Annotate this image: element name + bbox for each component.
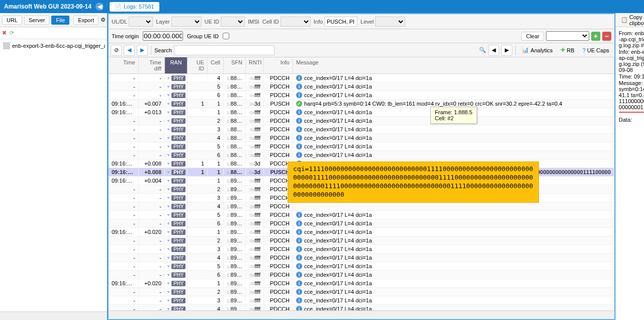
time-origin-label: Time origin: [112, 33, 139, 39]
table-row[interactable]: --PHY31.892.50xffffPDCCHicce_index=0/17 …: [109, 245, 614, 254]
table-row[interactable]: --PHY51.890.50xffffPDCCHicce_index=0/17 …: [109, 211, 614, 219]
uldl-label: UL/DL: [112, 19, 127, 25]
table-row[interactable]: 09:16:15.167+0.013PHY11.888.50xffffPDCCH…: [109, 108, 614, 117]
arrow-down-icon: [166, 144, 170, 149]
phy-badge: PHY: [171, 127, 186, 132]
server-button[interactable]: Server: [24, 16, 49, 25]
phy-badge: PHY: [171, 110, 186, 115]
arrow-down-icon: [166, 255, 170, 260]
table-row[interactable]: --PHY21.888.50xffffPDCCHicce_index=0/17 …: [109, 117, 614, 125]
tab-logs[interactable]: 📄 Logs: 57581: [110, 2, 159, 12]
info-icon: i: [296, 135, 302, 141]
table-row[interactable]: --PHY41.892.50xffffPDCCHicce_index=0/17 …: [109, 254, 614, 262]
h-scrollbar-left[interactable]: [0, 311, 107, 320]
col-ran[interactable]: RAN: [165, 57, 188, 73]
clear-button[interactable]: Clear: [521, 32, 543, 41]
arrow-down-icon: [166, 84, 170, 89]
ueid-select[interactable]: [221, 17, 245, 27]
table-row[interactable]: --PHY41.886.50xffffPDCCHicce_index=0/17 …: [109, 74, 614, 83]
binoculars-icon[interactable]: 🔍: [479, 47, 486, 54]
info-icon: i: [296, 92, 302, 98]
phy-badge: PHY: [171, 170, 186, 175]
col-cell[interactable]: Cell: [208, 57, 224, 73]
table-row[interactable]: --PHY21.892.50xffffPDCCHicce_index=0/17 …: [109, 236, 614, 245]
group-ueid-checkbox[interactable]: [223, 33, 229, 39]
arrow-down-icon: [166, 264, 170, 269]
info-icon: i: [296, 263, 302, 269]
time-origin-input[interactable]: [143, 31, 183, 41]
settings-icon[interactable]: ⚙: [101, 17, 106, 24]
col-msg[interactable]: Message: [293, 57, 614, 73]
analytics-link[interactable]: 📊Analytics: [519, 45, 556, 55]
uecaps-link[interactable]: ?UE Caps: [580, 46, 612, 55]
info-icon: i: [296, 306, 302, 310]
nav-stop-icon[interactable]: ⊘: [111, 45, 122, 56]
level-select[interactable]: [375, 17, 405, 27]
arrow-down-icon: [166, 93, 170, 98]
layer-select[interactable]: [171, 17, 202, 27]
arrow-down-icon: [166, 195, 170, 200]
phy-badge: PHY: [171, 118, 186, 124]
table-row[interactable]: --PHY51.888.50xffffPDCCHicce_index=0/17 …: [109, 142, 614, 151]
table-row[interactable]: 09:16:15.207+0.020PHY11.892.50xffffPDCCH…: [109, 228, 614, 236]
export-button[interactable]: Export: [73, 16, 99, 25]
info-input[interactable]: [324, 17, 357, 27]
table-row[interactable]: --PHY31.888.50xffffPDCCHicce_index=0/17 …: [109, 125, 614, 134]
nav-forward-icon[interactable]: ▶: [137, 45, 148, 56]
table-row[interactable]: --PHY41.894.50xffffPDCCHicce_index=0/17 …: [109, 305, 614, 310]
cellid-select[interactable]: [281, 17, 311, 27]
search-prev-icon[interactable]: ◀: [488, 45, 499, 56]
search-input[interactable]: [174, 45, 274, 55]
preset-select[interactable]: [546, 31, 589, 41]
table-row[interactable]: --PHY41.888.50xffffPDCCHicce_index=0/17 …: [109, 134, 614, 142]
col-time[interactable]: Time: [109, 57, 139, 73]
imsi-label: IMSI: [248, 19, 259, 25]
table-row[interactable]: --PHY61.890.50xffffPDCCHicce_index=0/17 …: [109, 219, 614, 228]
table-row[interactable]: --PHY21.894.50xffffPDCCHicce_index=0/17 …: [109, 288, 614, 296]
close-icon[interactable]: ✖: [2, 30, 7, 36]
table-row[interactable]: --PHY61.886.50xffffPDCCHicce_index=0/17 …: [109, 91, 614, 100]
info-label: Info: [314, 19, 323, 25]
col-info[interactable]: Info: [264, 57, 293, 73]
refresh-icon[interactable]: ⟳: [10, 30, 14, 36]
url-button[interactable]: URL: [2, 16, 22, 25]
rb-label: RB: [567, 47, 574, 53]
add-icon[interactable]: +: [591, 32, 600, 41]
cqi-overlay: cqi=111100000000000000000000000000111100…: [288, 162, 539, 203]
table-row[interactable]: --PHY51.886.50xffffPDCCHicce_index=0/17 …: [109, 83, 614, 91]
rb-link[interactable]: ✚RB: [558, 45, 577, 55]
col-ueid[interactable]: UE ID: [188, 57, 208, 73]
file-button[interactable]: File: [51, 16, 69, 25]
collapse-left-icon[interactable]: ◀: [96, 3, 104, 11]
cellid-label: Cell ID: [262, 19, 279, 25]
h-scrollbar-center[interactable]: [109, 310, 614, 319]
nav-back-icon[interactable]: ◀: [124, 45, 135, 56]
arrow-down-icon: [166, 212, 170, 217]
phy-badge: PHY: [171, 135, 186, 141]
copy-clipboard-link[interactable]: 📋Copy to clipboard: [618, 13, 644, 28]
arrow-down-icon: [166, 118, 170, 123]
arrow-down-icon: [166, 187, 170, 192]
info-icon: i: [296, 75, 302, 81]
col-tdiff[interactable]: Time diff: [139, 57, 165, 73]
tooltip-frame: Frame: 1.888.5: [435, 109, 473, 115]
arrow-down-icon: [166, 110, 170, 115]
remove-icon[interactable]: −: [602, 32, 611, 41]
phy-badge: PHY: [171, 264, 186, 269]
search-next-icon[interactable]: ▶: [501, 45, 512, 56]
table-row[interactable]: --PHY61.892.50xffffPDCCHicce_index=0/17 …: [109, 271, 614, 279]
table-row[interactable]: 09:16:15.227+0.020PHY11.894.50xffffPDCCH…: [109, 279, 614, 288]
uldl-select[interactable]: [129, 17, 153, 27]
table-row[interactable]: --PHY31.894.50xffffPDCCHicce_index=0/17 …: [109, 296, 614, 305]
phy-badge: PHY: [171, 161, 186, 167]
col-sfn[interactable]: SFN: [224, 57, 246, 73]
phy-badge: PHY: [171, 144, 186, 149]
table-row[interactable]: --PHY61.888.50xffffPDCCHicce_index=0/17 …: [109, 151, 614, 159]
table-row[interactable]: --PHY41.890.50xffffPDCCH: [109, 202, 614, 211]
col-rnti[interactable]: RNTI: [246, 57, 264, 73]
phy-badge: PHY: [171, 238, 186, 244]
file-item[interactable]: enb-export-3-enb-6cc-ap-cqi_trigger_arbT…: [2, 41, 105, 50]
arrow-down-icon: [166, 101, 170, 106]
table-row[interactable]: 09:16:15.154+0.007PHY111.886.80x3dPUSCH✓…: [109, 100, 614, 108]
table-row[interactable]: --PHY51.892.50xffffPDCCHicce_index=0/17 …: [109, 262, 614, 271]
